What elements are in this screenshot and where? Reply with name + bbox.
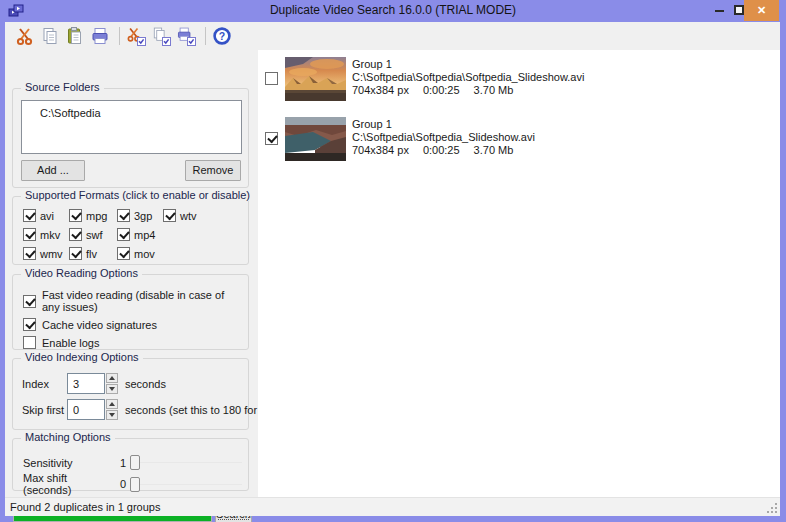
- list-item[interactable]: C:\Softpedia: [22, 101, 241, 119]
- slider-thumb[interactable]: [130, 477, 140, 492]
- svg-text:?: ?: [219, 30, 225, 42]
- fast-video-reading-checkbox[interactable]: [23, 295, 36, 308]
- minimize-icon[interactable]: [715, 10, 724, 12]
- format-checkboxes: avi mpg 3gp wtv mkv swf mp4 wmv flv mov: [23, 209, 242, 266]
- format-checkbox-3gp[interactable]: [117, 209, 130, 222]
- skip-first-input[interactable]: [67, 399, 105, 420]
- resize-grip-icon[interactable]: [766, 502, 778, 514]
- sensitivity-slider[interactable]: [130, 454, 242, 471]
- supported-formats-group: Supported Formats (click to enable or di…: [12, 196, 249, 265]
- result-resolution: 704x384 px: [352, 84, 409, 96]
- format-checkbox-mov[interactable]: [117, 247, 130, 260]
- video-thumbnail-dusk-lake-canyon[interactable]: [285, 117, 346, 161]
- result-meta: 704x384 px0:00:253.70 Mb: [352, 84, 584, 97]
- result-checkbox[interactable]: [265, 72, 278, 85]
- copy-checked-icon[interactable]: [150, 25, 172, 47]
- matching-options-group: Matching Options Sensitivity 1 Max shift…: [12, 438, 249, 491]
- enable-logs-checkbox[interactable]: [23, 336, 36, 349]
- slider-track[interactable]: [130, 484, 242, 485]
- add-folder-button[interactable]: Add ...: [21, 160, 85, 181]
- result-meta: 704x384 px0:00:253.70 Mb: [352, 144, 535, 157]
- format-label[interactable]: 3gp: [134, 210, 152, 222]
- format-label[interactable]: mov: [134, 248, 155, 260]
- slider-track[interactable]: [130, 462, 242, 463]
- format-label[interactable]: mkv: [40, 229, 60, 241]
- print-icon[interactable]: [89, 25, 111, 47]
- source-folders-title: Source Folders: [21, 81, 104, 93]
- cache-signatures-checkbox[interactable]: [23, 318, 36, 331]
- window-title: Duplicate Video Search 16.0.0 (TRIAL MOD…: [0, 3, 786, 17]
- format-checkbox-mp4[interactable]: [117, 228, 130, 241]
- format-checkbox-wtv[interactable]: [163, 209, 176, 222]
- cut-checked-icon[interactable]: [125, 25, 147, 47]
- index-down-icon[interactable]: [106, 384, 118, 394]
- result-checkbox[interactable]: [265, 132, 278, 145]
- titlebar[interactable]: Duplicate Video Search 16.0.0 (TRIAL MOD…: [0, 0, 786, 22]
- video-reading-options: Fast video reading (disable in case of a…: [23, 289, 242, 354]
- format-checkbox-mkv[interactable]: [23, 228, 36, 241]
- format-label[interactable]: wtv: [180, 210, 197, 222]
- format-checkbox-wmv[interactable]: [23, 247, 36, 260]
- help-icon[interactable]: ?: [211, 25, 233, 47]
- video-indexing-title: Video Indexing Options: [21, 351, 143, 363]
- result-group: Group 1: [352, 118, 535, 131]
- index-label: Index: [22, 378, 67, 390]
- paste-icon[interactable]: [64, 25, 86, 47]
- format-label[interactable]: mpg: [86, 210, 107, 222]
- format-checkbox-mpg[interactable]: [69, 209, 82, 222]
- cut-icon[interactable]: [14, 25, 36, 47]
- source-folders-list[interactable]: C:\Softpedia: [21, 100, 242, 154]
- format-label[interactable]: avi: [40, 210, 54, 222]
- copy-icon[interactable]: [39, 25, 61, 47]
- index-up-icon[interactable]: [106, 373, 118, 383]
- result-size: 3.70 Mb: [474, 84, 514, 96]
- app-window: Duplicate Video Search 16.0.0 (TRIAL MOD…: [0, 0, 786, 522]
- settings-panel: Source Folders C:\Softpedia Add ... Remo…: [5, 50, 258, 497]
- slider-thumb[interactable]: [130, 455, 140, 470]
- result-path: C:\Softpedia\Softpedia_Slideshow.avi: [352, 131, 535, 144]
- max-shift-value: 0: [115, 478, 127, 490]
- result-item[interactable]: Group 1 C:\Softpedia\Softpedia_Slideshow…: [258, 117, 780, 177]
- result-path: C:\Softpedia\Softpedia\Softpedia_Slidesh…: [352, 71, 584, 84]
- format-label[interactable]: swf: [86, 229, 103, 241]
- toolbar-separator: [119, 27, 120, 45]
- format-label[interactable]: flv: [86, 248, 97, 260]
- remove-folder-button[interactable]: Remove: [185, 160, 241, 181]
- status-bar: Found 2 duplicates in 1 groups: [5, 497, 780, 516]
- video-reading-group: Video Reading Options Fast video reading…: [12, 274, 249, 350]
- source-folders-group: Source Folders C:\Softpedia Add ... Remo…: [12, 88, 249, 188]
- maximize-icon[interactable]: [734, 5, 744, 15]
- video-indexing-group: Video Indexing Options Index seconds Ski…: [12, 358, 249, 430]
- video-reading-title: Video Reading Options: [21, 267, 142, 279]
- format-checkbox-swf[interactable]: [69, 228, 82, 241]
- option-label[interactable]: Fast video reading (disable in case of a…: [42, 289, 242, 313]
- format-label[interactable]: mp4: [134, 229, 155, 241]
- toolbar: ?: [5, 22, 780, 50]
- format-checkbox-flv[interactable]: [69, 247, 82, 260]
- result-size: 3.70 Mb: [474, 144, 514, 156]
- result-duration: 0:00:25: [423, 144, 460, 156]
- print-checked-icon[interactable]: [175, 25, 197, 47]
- format-checkbox-avi[interactable]: [23, 209, 36, 222]
- format-label[interactable]: wmv: [40, 248, 63, 260]
- option-label[interactable]: Enable logs: [42, 337, 100, 349]
- close-icon[interactable]: ✕: [744, 0, 779, 21]
- index-suffix: seconds: [125, 378, 166, 390]
- result-duration: 0:00:25: [423, 84, 460, 96]
- status-text: Found 2 duplicates in 1 groups: [10, 501, 160, 513]
- skip-down-icon[interactable]: [106, 410, 118, 420]
- sensitivity-label: Sensitivity: [23, 457, 115, 469]
- results-panel[interactable]: Group 1 C:\Softpedia\Softpedia\Softpedia…: [258, 50, 780, 497]
- app-body: ? Source Folders C:\Softpedia Add ... Re…: [5, 22, 780, 516]
- matching-options-title: Matching Options: [21, 431, 115, 443]
- supported-formats-title: Supported Formats (click to enable or di…: [21, 189, 254, 201]
- skip-up-icon[interactable]: [106, 399, 118, 409]
- option-label[interactable]: Cache video signatures: [42, 319, 157, 331]
- max-shift-label: Max shift (seconds): [23, 472, 115, 496]
- result-details: Group 1 C:\Softpedia\Softpedia\Softpedia…: [352, 58, 584, 97]
- index-input[interactable]: [67, 373, 105, 394]
- result-item[interactable]: Group 1 C:\Softpedia\Softpedia\Softpedia…: [258, 57, 780, 117]
- sensitivity-value: 1: [115, 457, 127, 469]
- video-thumbnail-sunset-mountains[interactable]: [285, 57, 346, 101]
- max-shift-slider[interactable]: [130, 476, 242, 493]
